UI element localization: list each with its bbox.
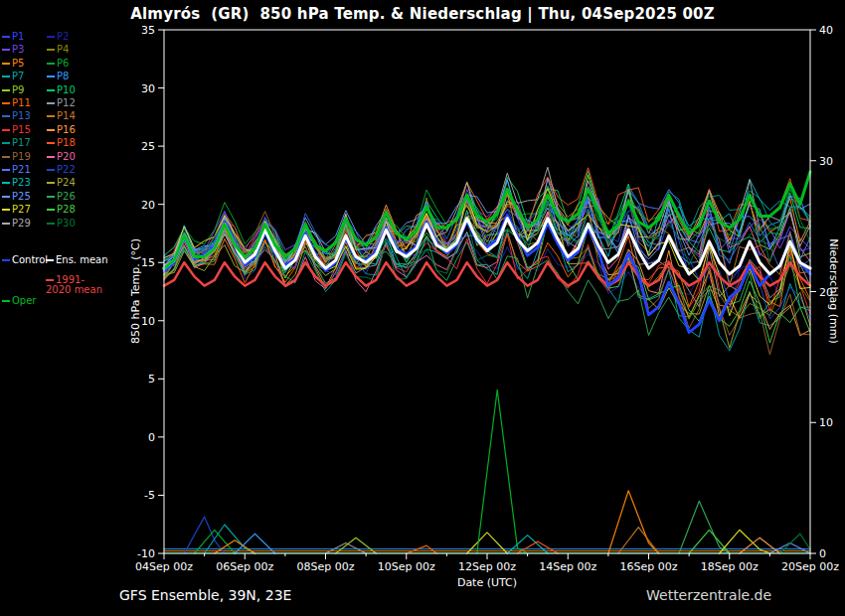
legend-item-P20: P20 — [47, 152, 76, 162]
legend-item-P14: P14 — [47, 111, 76, 121]
legend-item-P19: P19 — [2, 152, 31, 162]
x-tick-label: 18Sep 00z — [701, 560, 759, 573]
x-tick-label: 14Sep 00z — [539, 560, 596, 573]
legend-item-P30: P30 — [47, 219, 76, 229]
legend-item-oper-line-sample — [2, 300, 10, 302]
legend-item-P21: P21 — [2, 165, 31, 175]
x-tick-label: 10Sep 00z — [378, 560, 435, 573]
legend-item-P18-line-sample — [47, 142, 55, 144]
legend-item-P24-line-sample — [47, 182, 55, 184]
legend-item-P9-line-sample — [2, 89, 10, 91]
legend-item-P7: P7 — [2, 72, 24, 81]
y-left-tick-label: -10 — [137, 547, 155, 560]
x-tick-label: 06Sep 00z — [216, 560, 273, 573]
y-right-tick-label: 10 — [819, 416, 833, 429]
y-left-tick-label: 10 — [141, 315, 155, 328]
legend-item-P23-label: P23 — [12, 177, 31, 188]
legend-item-P15-label: P15 — [12, 124, 31, 135]
legend-item-P17-label: P17 — [12, 137, 31, 148]
legend-item-climate-mean-label: 1991-2020 mean — [46, 274, 102, 295]
legend-item-P13: P13 — [2, 111, 31, 121]
legend-item-P21-label: P21 — [12, 164, 31, 175]
y-axis-label-temperature: 850 hPa Temp. (°C) — [129, 238, 142, 344]
y-left-tick-label: 30 — [141, 82, 155, 95]
legend-item-P14-label: P14 — [57, 110, 76, 121]
legend-item-P26-line-sample — [47, 196, 55, 198]
legend-item-P12-line-sample — [47, 102, 55, 104]
legend-item-P1: P1 — [2, 32, 24, 42]
y-left-tick-label: 20 — [141, 199, 155, 212]
legend-item-P2-line-sample — [47, 36, 55, 38]
legend-item-P12: P12 — [47, 98, 76, 108]
legend-item-P27-label: P27 — [12, 204, 31, 215]
legend-item-P10-label: P10 — [57, 84, 76, 95]
legend-item-P2-label: P2 — [57, 31, 69, 42]
precip-series-5 — [326, 543, 367, 554]
legend-item-P22-label: P22 — [57, 164, 76, 175]
legend-item-P4-line-sample — [47, 49, 55, 51]
legend-item-P11: P11 — [2, 98, 31, 108]
legend-item-P19-label: P19 — [12, 151, 31, 162]
legend-item-P9-label: P9 — [12, 84, 24, 95]
legend-item-control-line-sample — [2, 259, 10, 261]
y-left-tick-label: 25 — [141, 140, 155, 153]
model-info-text: GFS Ensemble, 39N, 23E — [119, 587, 291, 603]
legend-item-P17: P17 — [2, 138, 31, 148]
legend-item-ens-mean-line-sample — [46, 259, 54, 261]
legend-item-P15: P15 — [2, 125, 31, 135]
legend-item-P30-line-sample — [47, 223, 55, 225]
y-axis-label-precipitation: Niederschlag (mm) — [827, 238, 840, 343]
legend-item-P29: P29 — [2, 219, 31, 229]
legend-item-P2: P2 — [47, 32, 69, 42]
x-tick-label: 04Sep 00z — [135, 560, 193, 573]
legend-item-P24: P24 — [47, 178, 76, 188]
legend-item-P30-label: P30 — [57, 218, 76, 229]
legend-item-P25-label: P25 — [12, 191, 31, 202]
y-left-tick-label: -5 — [144, 489, 155, 502]
legend-item-P13-line-sample — [2, 115, 10, 117]
legend-item-P16: P16 — [47, 125, 76, 135]
legend-item-P20-label: P20 — [57, 151, 76, 162]
legend-item-P3-label: P3 — [12, 44, 24, 55]
legend-item-P7-line-sample — [2, 76, 10, 77]
legend-item-P26: P26 — [47, 192, 76, 202]
legend-item-P25: P25 — [2, 192, 31, 202]
precip-series-18 — [769, 543, 810, 554]
legend-item-P14-line-sample — [47, 115, 55, 117]
x-tick-label: 16Sep 00z — [620, 560, 678, 573]
y-left-tick-label: 0 — [148, 431, 155, 444]
legend-item-P10: P10 — [47, 85, 76, 95]
y-left-tick-label: 5 — [148, 373, 155, 385]
legend-item-P12-label: P12 — [57, 97, 76, 108]
legend-item-P22: P22 — [47, 165, 76, 175]
legend-item-P28: P28 — [47, 205, 76, 215]
legend-item-P17-line-sample — [2, 142, 10, 144]
y-right-tick-label: 0 — [819, 547, 826, 560]
legend-item-P16-line-sample — [47, 129, 55, 131]
legend-item-control: Control — [2, 255, 48, 265]
legend-item-P27-line-sample — [2, 209, 10, 211]
legend-item-P6-line-sample — [47, 63, 55, 65]
legend-item-P11-label: P11 — [12, 97, 31, 108]
precip-series-3 — [215, 540, 255, 553]
legend-item-P9: P9 — [2, 85, 24, 95]
legend-item-P5-label: P5 — [12, 58, 24, 69]
ensemble-chart-canvas: 35302520151050-5-1040302010004Sep 00z06S… — [0, 0, 845, 616]
y-right-tick-label: 30 — [819, 155, 833, 168]
legend-item-ens-mean-label: Ens. mean — [56, 254, 108, 265]
legend-item-P8: P8 — [47, 72, 69, 81]
legend-item-P6: P6 — [47, 59, 69, 69]
legend-item-P26-label: P26 — [57, 191, 76, 202]
legend-item-P4-label: P4 — [57, 44, 69, 55]
legend-item-P22-line-sample — [47, 169, 55, 171]
legend-item-oper-label: Oper — [12, 295, 36, 306]
legend-item-P18-label: P18 — [57, 137, 76, 148]
legend-item-P3-line-sample — [2, 49, 10, 51]
legend-item-P1-line-sample — [2, 36, 10, 38]
legend-item-P3: P3 — [2, 45, 24, 55]
legend-item-P13-label: P13 — [12, 110, 31, 121]
precip-series-8 — [467, 533, 508, 553]
legend-item-P29-line-sample — [2, 223, 10, 225]
legend-item-P5-line-sample — [2, 63, 10, 65]
legend-item-P21-line-sample — [2, 169, 10, 171]
